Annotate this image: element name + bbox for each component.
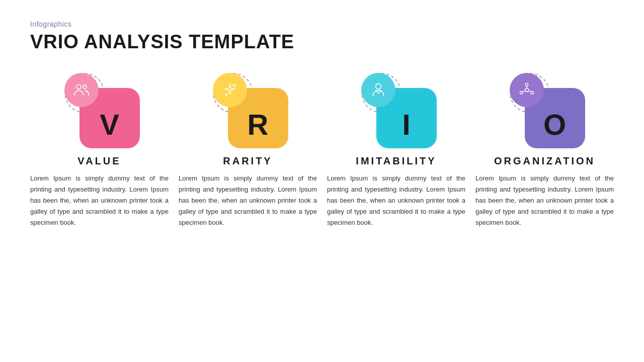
svg-point-5 [525,88,528,92]
sparkle-icon [221,81,239,99]
letter-i: I [376,110,437,139]
card-imitability-text: Lorem Ipsum is simply dummy text of the … [327,173,465,228]
card-imitability-title: IMITABILITY [356,155,436,167]
people-icon [72,81,91,99]
svg-line-10 [528,91,531,92]
letter-r: R [228,110,288,139]
card-rarity: R RARITY Lorem Ipsum is simply dummy tex… [179,68,317,228]
page-title: VRIO ANALYSIS TEMPLATE [30,31,614,53]
card-value-shape: V [59,68,140,148]
card-imitability: I IMITABILITY Lorem Ipsum is simply dumm… [327,68,465,228]
card-organization-text: Lorem Ipsum is simply dummy text of the … [475,173,614,228]
card-rarity-text: Lorem Ipsum is simply dummy text of the … [179,173,317,228]
svg-point-7 [531,92,533,94]
icon-circle-i [361,73,395,107]
icon-circle-v [64,73,99,107]
svg-point-3 [225,94,227,96]
card-value-title: VALUE [77,155,121,167]
icon-circle-r [213,73,247,107]
card-value: V VALUE Lorem Ipsum is simply dummy text… [30,68,169,228]
card-imitability-shape: I [356,68,437,148]
card-rarity-shape: R [208,68,288,148]
svg-point-2 [233,84,235,87]
subtitle: Infographics [30,20,614,28]
person-icon [369,81,387,99]
card-organization-title: ORGANIZATION [494,155,595,167]
card-organization: O ORGANIZATION Lorem Ipsum is simply dum… [475,68,614,228]
card-organization-shape: O [505,68,585,148]
network-icon [518,81,536,99]
svg-point-0 [76,84,81,89]
svg-point-1 [83,85,86,88]
icon-circle-o [510,73,544,107]
letter-o: O [525,110,585,139]
svg-line-11 [522,91,525,92]
cards-container: V VALUE Lorem Ipsum is simply dummy text… [30,68,614,228]
page: Infographics VRIO ANALYSIS TEMPLATE V VA… [0,0,644,362]
card-value-text: Lorem Ipsum is simply dummy text of the … [30,173,169,228]
svg-point-6 [525,83,528,86]
card-rarity-title: RARITY [223,155,272,167]
letter-v: V [79,110,140,139]
svg-point-8 [520,92,522,94]
svg-point-4 [375,83,381,89]
